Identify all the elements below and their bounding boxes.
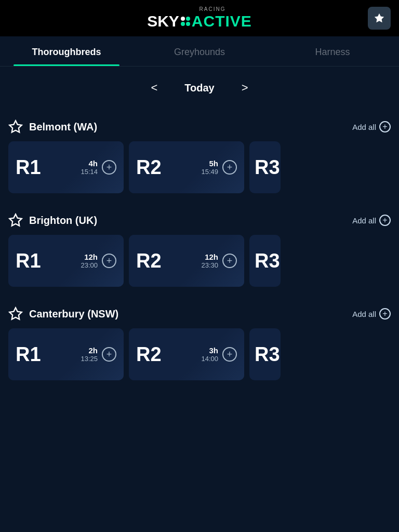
logo-dot-1 <box>181 17 185 21</box>
racing-label: RACING <box>200 6 226 12</box>
date-navigation: < Today > <box>0 66 399 109</box>
canterbury-r1-time: 13:25 <box>81 355 98 363</box>
brighton-r1-number: R1 <box>16 250 41 272</box>
brighton-r2-add-button[interactable]: + <box>222 254 237 268</box>
belmont-add-all-button[interactable]: Add all + <box>352 121 391 132</box>
brighton-race-3-partial[interactable]: R3 <box>249 235 281 287</box>
belmont-add-all-icon: + <box>379 121 391 132</box>
logo: RACING SKY ACTIVE <box>147 6 252 30</box>
belmont-title: Belmont (WA) <box>29 121 97 133</box>
belmont-race-1[interactable]: R1 4h 15:14 + <box>8 141 124 193</box>
canterbury-race-2[interactable]: R2 3h 14:00 + <box>129 328 244 380</box>
brighton-r2-number: R2 <box>136 250 162 272</box>
brighton-add-all-button[interactable]: Add all + <box>352 215 391 226</box>
brighton-r3-number: R3 <box>255 250 280 272</box>
active-text: ACTIVE <box>192 12 252 30</box>
canterbury-r3-number: R3 <box>255 343 280 366</box>
canterbury-race-row: R1 2h 13:25 + R2 3h 14:00 + R3 <box>8 328 391 380</box>
prev-date-button[interactable]: < <box>144 77 164 99</box>
brighton-r2-time: 23:30 <box>201 261 218 269</box>
sky-text: SKY <box>147 12 179 30</box>
canterbury-r1-number: R1 <box>16 343 41 366</box>
section-brighton: Brighton (UK) Add all + R1 12h 23:00 + R… <box>0 203 399 296</box>
belmont-r2-number: R2 <box>136 156 162 179</box>
brighton-race-1[interactable]: R1 12h 23:00 + <box>8 235 124 287</box>
belmont-r1-number: R1 <box>16 156 41 179</box>
canterbury-race-1[interactable]: R1 2h 13:25 + <box>8 328 124 380</box>
canterbury-r2-number: R2 <box>136 343 162 366</box>
canterbury-add-all-button[interactable]: Add all + <box>352 308 391 320</box>
brighton-favorite-icon[interactable] <box>8 213 23 228</box>
next-date-button[interactable]: > <box>235 77 255 99</box>
brighton-r2-hours: 12h <box>201 252 218 261</box>
tab-harness[interactable]: Harness <box>266 36 399 66</box>
belmont-race-3-partial[interactable]: R3 <box>249 141 281 193</box>
canterbury-r1-hours: 2h <box>81 346 98 355</box>
logo-dot-4 <box>186 22 190 26</box>
canterbury-favorite-icon[interactable] <box>8 307 23 321</box>
belmont-r3-number: R3 <box>255 156 280 179</box>
brighton-race-2[interactable]: R2 12h 23:30 + <box>129 235 244 287</box>
tab-thoroughbreds[interactable]: Thoroughbreds <box>0 36 133 66</box>
logo-dot-2 <box>186 17 190 21</box>
canterbury-race-3-partial[interactable]: R3 <box>249 328 281 380</box>
current-date-label: Today <box>184 82 214 94</box>
brighton-r1-hours: 12h <box>81 252 98 261</box>
canterbury-r2-hours: 3h <box>201 346 218 355</box>
belmont-race-row: R1 4h 15:14 + R2 5h 15:49 + R3 <box>8 141 391 193</box>
canterbury-add-all-label: Add all <box>352 310 376 318</box>
belmont-r2-time: 15:49 <box>201 168 218 176</box>
tab-greyhounds[interactable]: Greyhounds <box>133 36 266 66</box>
canterbury-r2-add-button[interactable]: + <box>222 347 237 362</box>
brighton-race-row: R1 12h 23:00 + R2 12h 23:30 + R3 <box>8 235 391 287</box>
brighton-r1-time: 23:00 <box>81 261 98 269</box>
logo-dot-3 <box>181 22 185 26</box>
belmont-r2-hours: 5h <box>201 159 218 168</box>
brighton-add-all-icon: + <box>379 215 391 226</box>
brighton-title: Brighton (UK) <box>29 215 97 227</box>
belmont-add-all-label: Add all <box>352 123 376 131</box>
belmont-r1-hours: 4h <box>81 159 98 168</box>
canterbury-title: Canterbury (NSW) <box>29 308 118 320</box>
canterbury-add-all-icon: + <box>379 308 391 320</box>
canterbury-r2-time: 14:00 <box>201 355 218 363</box>
section-canterbury: Canterbury (NSW) Add all + R1 2h 13:25 +… <box>0 296 399 390</box>
brighton-r1-add-button[interactable]: + <box>102 254 116 268</box>
belmont-r2-add-button[interactable]: + <box>222 160 237 175</box>
belmont-favorite-icon[interactable] <box>8 119 23 134</box>
tabs-bar: Thoroughbreds Greyhounds Harness <box>0 36 399 66</box>
belmont-r1-add-button[interactable]: + <box>102 160 116 175</box>
belmont-r1-time: 15:14 <box>81 168 98 176</box>
section-belmont: Belmont (WA) Add all + R1 4h 15:14 + R2 <box>0 109 399 203</box>
favorites-button[interactable] <box>368 7 391 30</box>
star-icon <box>374 12 385 24</box>
brighton-add-all-label: Add all <box>352 216 376 225</box>
header: RACING SKY ACTIVE <box>0 0 399 36</box>
belmont-race-2[interactable]: R2 5h 15:49 + <box>129 141 244 193</box>
canterbury-r1-add-button[interactable]: + <box>102 347 116 362</box>
